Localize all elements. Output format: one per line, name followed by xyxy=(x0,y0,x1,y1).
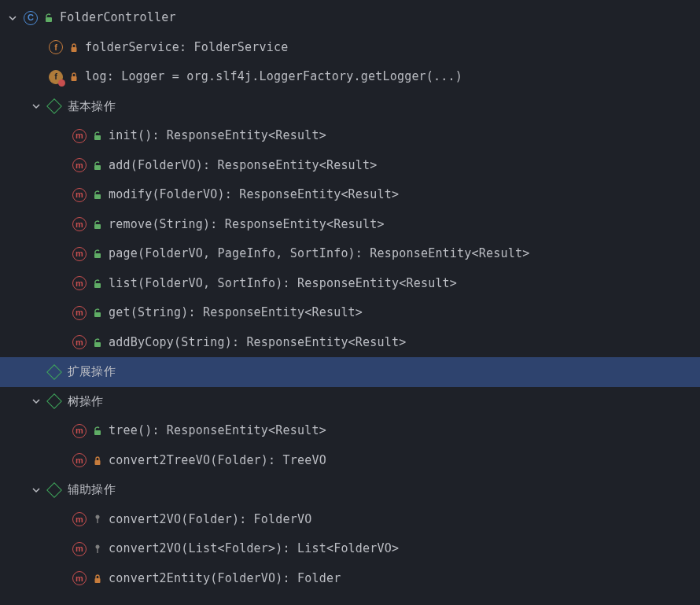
svg-rect-9 xyxy=(94,312,101,317)
tree-row-group[interactable]: 树操作 xyxy=(0,387,700,417)
group-label: 辅助操作 xyxy=(68,481,116,498)
method-signature: add(FolderVO): ResponseEntity<Result> xyxy=(109,157,378,174)
unlock-icon xyxy=(44,13,53,22)
chevron-down-icon[interactable] xyxy=(30,395,42,408)
method-signature: remove(String): ResponseEntity<Result> xyxy=(109,216,385,233)
tree-row-field[interactable]: f log: Logger = org.slf4j.LoggerFactory.… xyxy=(0,62,700,92)
tree-row-method[interactable]: m modify(FolderVO): ResponseEntity<Resul… xyxy=(0,180,700,210)
method-signature: init(): ResponseEntity<Result> xyxy=(109,127,326,144)
method-icon: m xyxy=(72,542,87,556)
method-icon: m xyxy=(72,217,87,231)
lock-icon xyxy=(69,72,79,81)
method-icon: m xyxy=(72,424,87,438)
svg-rect-12 xyxy=(95,460,101,465)
unlock-icon xyxy=(93,131,102,140)
svg-rect-0 xyxy=(46,17,52,22)
pin-icon xyxy=(93,515,102,524)
tree-row-method[interactable]: m add(FolderVO): ResponseEntity<Result> xyxy=(0,151,700,181)
method-icon: m xyxy=(72,129,87,143)
group-label: 扩展操作 xyxy=(68,363,116,380)
svg-rect-6 xyxy=(94,224,101,229)
group-icon xyxy=(47,485,61,496)
method-signature: page(FolderVO, PageInfo, SortInfo): Resp… xyxy=(109,245,529,262)
method-icon: m xyxy=(72,276,87,290)
unlock-icon xyxy=(93,190,102,199)
badge-icon xyxy=(58,79,65,87)
pin-icon xyxy=(93,544,102,554)
method-icon: m xyxy=(72,571,87,585)
field-signature: log: Logger = org.slf4j.LoggerFactory.ge… xyxy=(85,68,462,85)
method-signature: list(FolderVO, SortInfo): ResponseEntity… xyxy=(109,275,457,292)
svg-rect-16 xyxy=(97,548,98,553)
svg-rect-2 xyxy=(72,76,77,81)
tree-row-method[interactable]: m list(FolderVO, SortInfo): ResponseEnti… xyxy=(0,269,700,299)
svg-rect-4 xyxy=(94,165,101,170)
tree-row-method[interactable]: m convert2VO(List<Folder>): List<FolderV… xyxy=(0,534,700,564)
svg-rect-3 xyxy=(94,135,101,140)
svg-rect-5 xyxy=(94,194,101,199)
method-signature: addByCopy(String): ResponseEntity<Result… xyxy=(109,334,406,351)
lock-icon xyxy=(69,43,79,52)
tree-row-method[interactable]: m get(String): ResponseEntity<Result> xyxy=(0,298,700,328)
group-label: 基本操作 xyxy=(68,98,116,115)
tree-row-method[interactable]: m convert2Entity(FolderVO): Folder xyxy=(0,564,700,594)
svg-rect-17 xyxy=(95,578,101,583)
tree-row-method[interactable]: m addByCopy(String): ResponseEntity<Resu… xyxy=(0,328,700,358)
tree-row-group[interactable]: 扩展操作 xyxy=(0,357,700,387)
method-icon: m xyxy=(72,188,87,202)
lock-icon xyxy=(93,456,102,465)
group-icon xyxy=(47,396,61,407)
tree-row-method[interactable]: m remove(String): ResponseEntity<Result> xyxy=(0,210,700,240)
tree-row-method[interactable]: m convert2VO(Folder): FolderVO xyxy=(0,505,700,535)
unlock-icon xyxy=(93,249,102,258)
method-signature: get(String): ResponseEntity<Result> xyxy=(109,304,363,321)
svg-rect-14 xyxy=(97,518,98,523)
unlock-icon xyxy=(93,220,102,229)
method-icon: m xyxy=(72,335,87,349)
tree-row-method[interactable]: m tree(): ResponseEntity<Result> xyxy=(0,416,700,446)
svg-rect-11 xyxy=(94,430,101,435)
class-icon: C xyxy=(24,11,38,25)
class-name: FolderController xyxy=(60,9,176,26)
field-icon: f xyxy=(49,40,63,54)
tree-row-class[interactable]: C FolderController xyxy=(0,3,700,33)
unlock-icon xyxy=(93,426,102,435)
method-signature: convert2VO(List<Folder>): List<FolderVO> xyxy=(109,540,399,557)
lock-icon xyxy=(93,574,102,583)
field-signature: folderService: FolderService xyxy=(85,39,288,56)
svg-rect-7 xyxy=(94,253,101,258)
tree-row-method[interactable]: m init(): ResponseEntity<Result> xyxy=(0,121,700,151)
unlock-icon xyxy=(93,308,102,317)
method-signature: modify(FolderVO): ResponseEntity<Result> xyxy=(109,186,399,203)
unlock-icon xyxy=(93,161,102,170)
method-icon: m xyxy=(72,512,87,526)
chevron-down-icon[interactable] xyxy=(30,484,42,496)
method-icon: m xyxy=(72,158,87,172)
tree-row-method[interactable]: m convert2TreeVO(Folder): TreeVO xyxy=(0,446,700,476)
method-signature: convert2TreeVO(Folder): TreeVO xyxy=(109,452,326,469)
tree-row-method[interactable]: m page(FolderVO, PageInfo, SortInfo): Re… xyxy=(0,239,700,269)
tree-row-group[interactable]: 辅助操作 xyxy=(0,475,700,505)
svg-rect-8 xyxy=(94,283,101,288)
method-signature: tree(): ResponseEntity<Result> xyxy=(109,422,326,439)
tree-row-group[interactable]: 基本操作 xyxy=(0,92,700,122)
unlock-icon xyxy=(93,338,102,347)
group-label: 树操作 xyxy=(68,393,104,410)
chevron-down-icon[interactable] xyxy=(30,100,42,113)
field-icon: f xyxy=(49,70,63,84)
method-icon: m xyxy=(72,453,87,467)
method-icon: m xyxy=(72,306,87,320)
chevron-down-icon[interactable] xyxy=(6,12,19,24)
svg-rect-10 xyxy=(94,342,101,347)
group-icon xyxy=(47,101,61,112)
method-signature: convert2VO(Folder): FolderVO xyxy=(109,511,311,528)
group-icon xyxy=(47,367,61,378)
tree-row-field[interactable]: f folderService: FolderService xyxy=(0,33,700,63)
unlock-icon xyxy=(93,279,102,288)
method-signature: convert2Entity(FolderVO): Folder xyxy=(109,570,341,587)
svg-rect-1 xyxy=(72,47,77,52)
method-icon: m xyxy=(72,247,87,261)
